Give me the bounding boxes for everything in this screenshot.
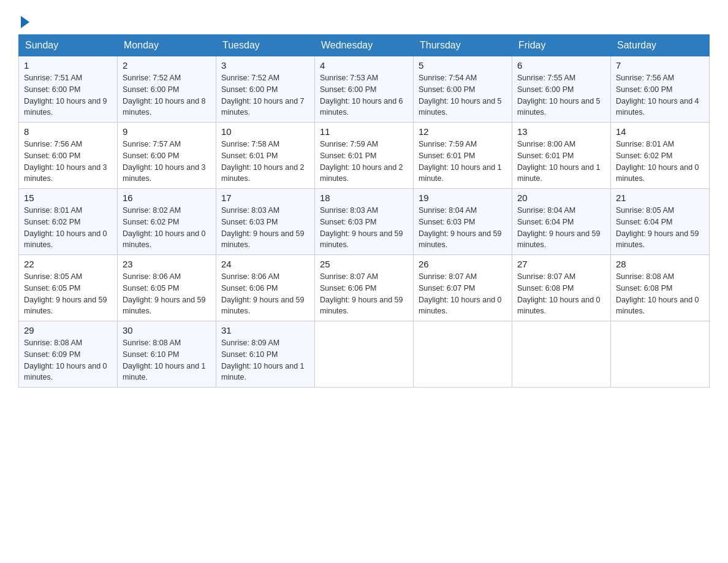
calendar-cell: 31 Sunrise: 8:09 AMSunset: 6:10 PMDaylig…: [216, 321, 315, 388]
calendar-cell: 6 Sunrise: 7:55 AMSunset: 6:00 PMDayligh…: [512, 56, 611, 123]
day-number: 2: [123, 60, 211, 71]
day-number: 4: [320, 60, 408, 71]
day-info: Sunrise: 8:07 AMSunset: 6:07 PMDaylight:…: [419, 272, 502, 315]
header-friday: Friday: [512, 35, 611, 56]
page-header: [18, 12, 710, 28]
calendar-cell: 14 Sunrise: 8:01 AMSunset: 6:02 PMDaylig…: [611, 123, 710, 189]
day-number: 19: [419, 193, 507, 203]
day-info: Sunrise: 7:53 AMSunset: 6:00 PMDaylight:…: [320, 74, 403, 117]
day-info: Sunrise: 7:56 AMSunset: 6:00 PMDaylight:…: [616, 74, 699, 117]
calendar-cell: 11 Sunrise: 7:59 AMSunset: 6:01 PMDaylig…: [315, 123, 414, 189]
day-number: 23: [123, 259, 211, 269]
day-info: Sunrise: 7:57 AMSunset: 6:00 PMDaylight:…: [123, 140, 206, 183]
day-number: 13: [517, 126, 605, 137]
calendar-week-row: 8 Sunrise: 7:56 AMSunset: 6:00 PMDayligh…: [19, 123, 710, 189]
calendar-cell: 22 Sunrise: 8:05 AMSunset: 6:05 PMDaylig…: [19, 255, 118, 321]
day-info: Sunrise: 8:03 AMSunset: 6:03 PMDaylight:…: [320, 206, 403, 249]
day-number: 11: [320, 126, 408, 137]
header-monday: Monday: [118, 35, 216, 56]
calendar-week-row: 1 Sunrise: 7:51 AMSunset: 6:00 PMDayligh…: [19, 56, 710, 123]
day-info: Sunrise: 7:58 AMSunset: 6:01 PMDaylight:…: [221, 140, 305, 183]
day-info: Sunrise: 7:55 AMSunset: 6:00 PMDaylight:…: [517, 74, 601, 117]
day-info: Sunrise: 7:59 AMSunset: 6:01 PMDaylight:…: [419, 140, 502, 183]
day-info: Sunrise: 8:05 AMSunset: 6:05 PMDaylight:…: [24, 272, 107, 315]
calendar-table: SundayMondayTuesdayWednesdayThursdayFrid…: [18, 34, 710, 388]
day-info: Sunrise: 8:00 AMSunset: 6:01 PMDaylight:…: [517, 140, 601, 183]
day-number: 18: [320, 193, 408, 203]
calendar-cell: 24 Sunrise: 8:06 AMSunset: 6:06 PMDaylig…: [216, 255, 315, 321]
day-number: 10: [221, 126, 309, 137]
day-info: Sunrise: 8:04 AMSunset: 6:03 PMDaylight:…: [419, 206, 502, 249]
calendar-cell: 16 Sunrise: 8:02 AMSunset: 6:02 PMDaylig…: [118, 189, 216, 255]
day-number: 3: [221, 60, 309, 71]
calendar-cell: 9 Sunrise: 7:57 AMSunset: 6:00 PMDayligh…: [118, 123, 216, 189]
day-info: Sunrise: 7:52 AMSunset: 6:00 PMDaylight:…: [221, 74, 305, 117]
calendar-cell: [315, 321, 414, 388]
calendar-cell: 1 Sunrise: 7:51 AMSunset: 6:00 PMDayligh…: [19, 56, 118, 123]
day-info: Sunrise: 7:56 AMSunset: 6:00 PMDaylight:…: [24, 140, 107, 183]
calendar-week-row: 29 Sunrise: 8:08 AMSunset: 6:09 PMDaylig…: [19, 321, 710, 388]
day-info: Sunrise: 8:06 AMSunset: 6:05 PMDaylight:…: [123, 272, 206, 315]
calendar-cell: 4 Sunrise: 7:53 AMSunset: 6:00 PMDayligh…: [315, 56, 414, 123]
day-info: Sunrise: 8:01 AMSunset: 6:02 PMDaylight:…: [24, 206, 107, 249]
calendar-cell: 15 Sunrise: 8:01 AMSunset: 6:02 PMDaylig…: [19, 189, 118, 255]
day-number: 27: [517, 259, 605, 269]
logo: [18, 12, 29, 28]
calendar-cell: [414, 321, 512, 388]
logo-arrow-icon: [21, 16, 29, 28]
calendar-cell: 12 Sunrise: 7:59 AMSunset: 6:01 PMDaylig…: [414, 123, 512, 189]
calendar-cell: 28 Sunrise: 8:08 AMSunset: 6:08 PMDaylig…: [611, 255, 710, 321]
calendar-cell: 19 Sunrise: 8:04 AMSunset: 6:03 PMDaylig…: [414, 189, 512, 255]
calendar-cell: 29 Sunrise: 8:08 AMSunset: 6:09 PMDaylig…: [19, 321, 118, 388]
day-info: Sunrise: 8:07 AMSunset: 6:06 PMDaylight:…: [320, 272, 403, 315]
calendar-cell: 8 Sunrise: 7:56 AMSunset: 6:00 PMDayligh…: [19, 123, 118, 189]
day-info: Sunrise: 8:05 AMSunset: 6:04 PMDaylight:…: [616, 206, 699, 249]
day-number: 6: [517, 60, 605, 71]
calendar-cell: 18 Sunrise: 8:03 AMSunset: 6:03 PMDaylig…: [315, 189, 414, 255]
calendar-cell: 5 Sunrise: 7:54 AMSunset: 6:00 PMDayligh…: [414, 56, 512, 123]
day-number: 16: [123, 193, 211, 203]
calendar-cell: 30 Sunrise: 8:08 AMSunset: 6:10 PMDaylig…: [118, 321, 216, 388]
day-number: 20: [517, 193, 605, 203]
day-number: 1: [24, 60, 112, 71]
calendar-cell: 2 Sunrise: 7:52 AMSunset: 6:00 PMDayligh…: [118, 56, 216, 123]
calendar-cell: 21 Sunrise: 8:05 AMSunset: 6:04 PMDaylig…: [611, 189, 710, 255]
day-number: 15: [24, 193, 112, 203]
calendar-cell: 7 Sunrise: 7:56 AMSunset: 6:00 PMDayligh…: [611, 56, 710, 123]
calendar-week-row: 15 Sunrise: 8:01 AMSunset: 6:02 PMDaylig…: [19, 189, 710, 255]
day-info: Sunrise: 7:54 AMSunset: 6:00 PMDaylight:…: [419, 74, 502, 117]
day-number: 5: [419, 60, 507, 71]
day-info: Sunrise: 8:03 AMSunset: 6:03 PMDaylight:…: [221, 206, 305, 249]
calendar-cell: 23 Sunrise: 8:06 AMSunset: 6:05 PMDaylig…: [118, 255, 216, 321]
calendar-cell: 20 Sunrise: 8:04 AMSunset: 6:04 PMDaylig…: [512, 189, 611, 255]
calendar-cell: 10 Sunrise: 7:58 AMSunset: 6:01 PMDaylig…: [216, 123, 315, 189]
day-number: 25: [320, 259, 408, 269]
day-number: 31: [221, 325, 309, 335]
day-info: Sunrise: 7:51 AMSunset: 6:00 PMDaylight:…: [24, 74, 107, 117]
day-number: 14: [616, 126, 704, 137]
day-number: 22: [24, 259, 112, 269]
header-saturday: Saturday: [611, 35, 710, 56]
day-number: 24: [221, 259, 309, 269]
day-info: Sunrise: 8:08 AMSunset: 6:08 PMDaylight:…: [616, 272, 699, 315]
day-number: 28: [616, 259, 704, 269]
day-info: Sunrise: 7:59 AMSunset: 6:01 PMDaylight:…: [320, 140, 403, 183]
day-number: 26: [419, 259, 507, 269]
calendar-header-row: SundayMondayTuesdayWednesdayThursdayFrid…: [19, 35, 710, 56]
logo-blue-text: [18, 18, 29, 28]
calendar-cell: [512, 321, 611, 388]
day-number: 9: [123, 126, 211, 137]
calendar-week-row: 22 Sunrise: 8:05 AMSunset: 6:05 PMDaylig…: [19, 255, 710, 321]
day-number: 21: [616, 193, 704, 203]
header-wednesday: Wednesday: [315, 35, 414, 56]
calendar-cell: 26 Sunrise: 8:07 AMSunset: 6:07 PMDaylig…: [414, 255, 512, 321]
calendar-cell: 13 Sunrise: 8:00 AMSunset: 6:01 PMDaylig…: [512, 123, 611, 189]
calendar-cell: 27 Sunrise: 8:07 AMSunset: 6:08 PMDaylig…: [512, 255, 611, 321]
calendar-cell: 17 Sunrise: 8:03 AMSunset: 6:03 PMDaylig…: [216, 189, 315, 255]
header-sunday: Sunday: [19, 35, 118, 56]
day-number: 30: [123, 325, 211, 335]
day-info: Sunrise: 7:52 AMSunset: 6:00 PMDaylight:…: [123, 74, 206, 117]
day-info: Sunrise: 8:01 AMSunset: 6:02 PMDaylight:…: [616, 140, 699, 183]
header-tuesday: Tuesday: [216, 35, 315, 56]
day-info: Sunrise: 8:07 AMSunset: 6:08 PMDaylight:…: [517, 272, 601, 315]
